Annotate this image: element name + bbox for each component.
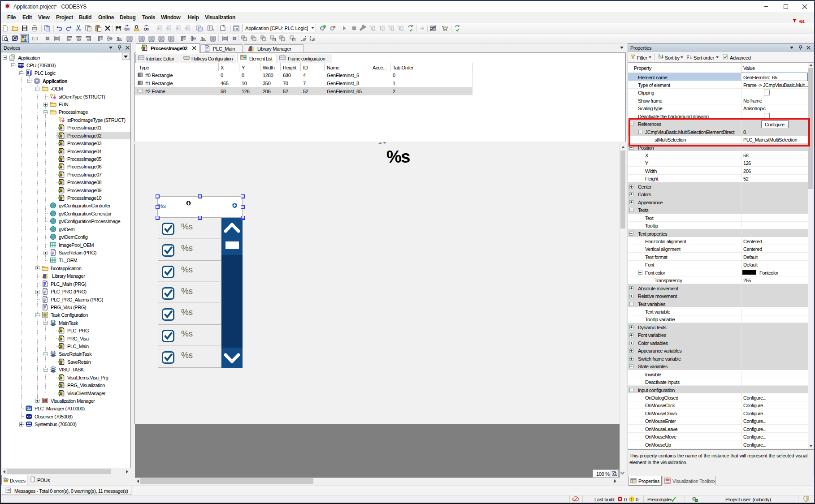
svg-text:B: B xyxy=(127,27,130,31)
svg-text:B: B xyxy=(147,27,149,31)
